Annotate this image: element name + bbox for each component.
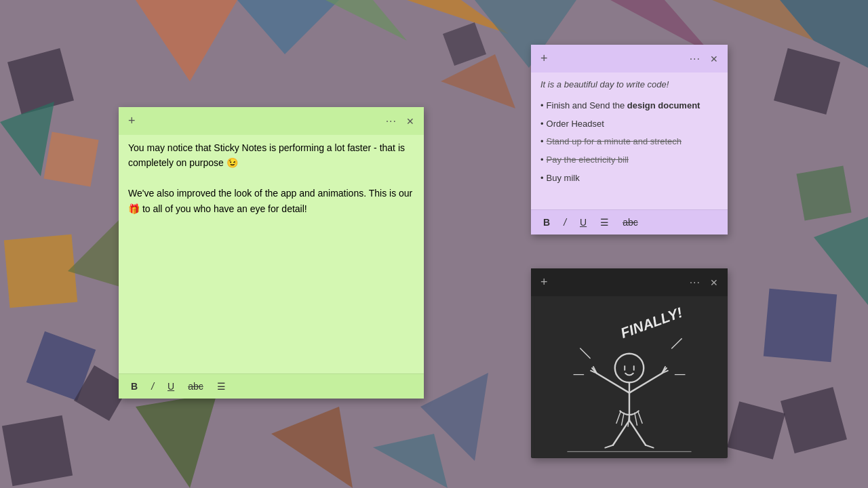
close-icon: ✕ xyxy=(406,116,414,127)
green-note-menu-button[interactable]: ··· xyxy=(383,114,399,129)
plus-icon: + xyxy=(540,52,548,66)
purple-note-add-button[interactable]: + xyxy=(538,50,551,67)
dark-note-menu-button[interactable]: ··· xyxy=(687,275,703,290)
purple-note-header: It is a beautiful day to write code! xyxy=(540,78,718,92)
dark-note-add-button[interactable]: + xyxy=(538,274,551,291)
purple-list-button[interactable]: ☰ xyxy=(595,214,614,230)
dark-note-toolbar: + ··· ✕ xyxy=(531,268,728,296)
green-list-button[interactable]: ☰ xyxy=(212,378,231,394)
green-bold-button[interactable]: B xyxy=(125,378,143,394)
svg-rect-16 xyxy=(764,289,837,362)
close-icon: ✕ xyxy=(710,54,718,64)
green-note-toolbar: + ··· ✕ xyxy=(119,107,424,135)
green-note-text-1: You may notice that Sticky Notes is perf… xyxy=(128,140,414,171)
dark-note-close-button[interactable]: ✕ xyxy=(707,276,721,289)
svg-rect-29 xyxy=(534,296,724,458)
plus-icon: + xyxy=(540,275,548,289)
svg-rect-15 xyxy=(796,165,851,220)
purple-note-close-button[interactable]: ✕ xyxy=(707,52,721,66)
todo-item-3: Stand up for a minute and stretech xyxy=(540,135,718,149)
purple-note-format-bar: B / U ☰ abc xyxy=(531,209,728,235)
ellipsis-icon: ··· xyxy=(690,277,701,289)
purple-underline-button[interactable]: U xyxy=(574,214,592,230)
green-note: + ··· ✕ You may notice that Sticky Notes… xyxy=(119,107,424,399)
purple-bold-button[interactable]: B xyxy=(538,214,555,230)
sketch-area[interactable]: FINALLY! xyxy=(531,296,728,458)
purple-italic-button[interactable]: / xyxy=(558,214,572,230)
todo-item-1: Finish and Send the design document xyxy=(540,99,718,113)
green-note-add-button[interactable]: + xyxy=(125,113,138,129)
todo-item-4: Pay the electricity bill xyxy=(540,153,718,167)
green-note-format-bar: B / U abc ☰ xyxy=(119,373,424,399)
green-note-close-button[interactable]: ✕ xyxy=(403,115,417,128)
svg-rect-11 xyxy=(4,235,77,308)
purple-note-content[interactable]: It is a beautiful day to write code! Fin… xyxy=(531,73,728,209)
svg-rect-10 xyxy=(43,131,98,186)
ellipsis-icon: ··· xyxy=(690,53,701,65)
svg-rect-13 xyxy=(2,415,73,486)
close-icon: ✕ xyxy=(710,277,718,288)
todo-item-2: Order Headset xyxy=(540,117,718,131)
ellipsis-icon: ··· xyxy=(386,115,397,127)
purple-strike-button[interactable]: abc xyxy=(617,214,644,230)
green-note-content[interactable]: You may notice that Sticky Notes is perf… xyxy=(119,135,424,373)
plus-icon: + xyxy=(128,114,136,128)
green-underline-button[interactable]: U xyxy=(162,378,180,394)
sketch-drawing: FINALLY! xyxy=(531,296,728,458)
purple-note-menu-button[interactable]: ··· xyxy=(687,52,703,66)
purple-note: + ··· ✕ It is a beautiful day to write c… xyxy=(531,45,728,235)
green-strike-button[interactable]: abc xyxy=(182,378,209,394)
purple-todo-list: Finish and Send the design document Orde… xyxy=(540,99,718,186)
purple-note-toolbar: + ··· ✕ xyxy=(531,45,728,73)
green-italic-button[interactable]: / xyxy=(146,378,159,394)
todo-item-5: Buy milk xyxy=(540,171,718,186)
green-note-text-2: We've also improved the look of the app … xyxy=(128,186,414,216)
dark-note: + ··· ✕ FINALLY! xyxy=(531,268,728,458)
